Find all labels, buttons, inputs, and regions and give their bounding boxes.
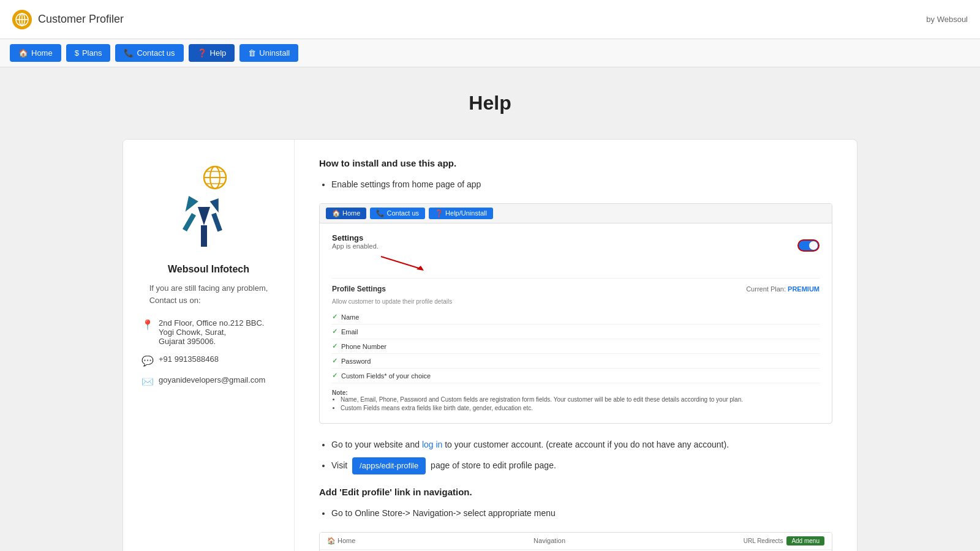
svg-rect-12 <box>183 213 196 231</box>
install-heading: How to install and use this app. <box>319 158 832 168</box>
company-logo <box>172 164 246 252</box>
svg-marker-11 <box>181 196 198 215</box>
nav-home-button[interactable]: 🏠 Home <box>10 44 61 62</box>
nav-ss-bar: 🏠 Home Navigation URL Redirects Add menu <box>320 533 832 550</box>
add-link-heading: Add 'Edit profile' link in navigation. <box>319 487 832 497</box>
app-logo-icon <box>12 10 32 29</box>
header-left: Customer Profiler <box>12 10 124 29</box>
svg-rect-10 <box>201 225 207 247</box>
by-label: by Websoul <box>926 15 968 24</box>
nav-ss-nav-label: Navigation <box>533 537 565 544</box>
ss-home-btn: 🏠 Home <box>326 208 366 219</box>
usage-bullet-list: Go to your website and log in to your cu… <box>319 438 832 474</box>
settings-row: Settings App is enabled. <box>332 233 820 257</box>
svg-rect-14 <box>211 213 222 232</box>
field-custom: Custom Fields* of your choice <box>332 369 820 383</box>
svg-marker-9 <box>198 207 210 225</box>
plans-icon: $ <box>75 48 79 58</box>
field-name: Name <box>332 310 820 324</box>
nav-screenshot: 🏠 Home Navigation URL Redirects Add menu <box>319 532 832 552</box>
current-plan: Current Plan: PREMIUM <box>746 285 820 293</box>
phone-icon: 💬 <box>141 355 154 367</box>
navigation-bullet-list: Go to Online Store-> Navigation-> select… <box>319 507 832 520</box>
bullet-enable-settings: Enable settings from home page of app <box>331 178 832 191</box>
nav-ss-home: 🏠 Home <box>327 537 355 545</box>
bullet-visit: Visit /apps/edit-profile page of store t… <box>331 457 832 474</box>
company-description: If you are still facing any problem, Con… <box>149 282 268 306</box>
install-bullet-list: Enable settings from home page of app <box>319 178 832 191</box>
nav-help-button[interactable]: ❓ Help <box>189 44 235 62</box>
field-email: Email <box>332 324 820 339</box>
email-icon: ✉️ <box>141 376 154 388</box>
navbar: 🏠 Home $ Plans 📞 Contact us ❓ Help 🗑 Uni… <box>0 39 980 67</box>
app-header: Customer Profiler by Websoul <box>0 0 980 39</box>
nav-plans-button[interactable]: $ Plans <box>66 44 111 62</box>
settings-label: Settings <box>332 233 379 242</box>
nav-uninstall-button[interactable]: 🗑 Uninstall <box>239 44 298 62</box>
location-icon: 📍 <box>141 319 154 331</box>
sidebar-panel: Websoul Infotech If you are still facing… <box>123 140 295 551</box>
contact-address: 📍 2nd Floor, Office no.212 BBC.Yogi Chow… <box>141 318 276 346</box>
add-menu-button[interactable]: Add menu <box>786 536 824 545</box>
page-content: Help <box>0 67 980 551</box>
app-title: Customer Profiler <box>38 13 124 26</box>
screenshot-content: Settings App is enabled. P <box>320 223 832 423</box>
profile-desc: Allow customer to update their profile d… <box>332 298 820 305</box>
page-title: Help <box>12 92 968 114</box>
content-card: Websoul Infotech If you are still facing… <box>123 139 858 551</box>
svg-marker-13 <box>209 198 223 214</box>
main-content: How to install and use this app. Enable … <box>295 140 857 551</box>
screenshot-preview: 🏠 Home 📞 Contact us ❓ Help/Uninstall Set… <box>319 203 832 424</box>
profile-settings-row: Profile Settings Current Plan: PREMIUM <box>332 285 820 293</box>
login-link[interactable]: log in <box>422 440 442 449</box>
contact-email: ✉️ goyanidevelopers@gmail.com <box>141 375 276 388</box>
company-name: Websoul Infotech <box>168 264 249 275</box>
settings-toggle <box>797 239 820 252</box>
field-phone: Phone Number <box>332 339 820 354</box>
bullet-login: Go to your website and log in to your cu… <box>331 438 832 451</box>
bullet-navigation: Go to Online Store-> Navigation-> select… <box>331 507 832 520</box>
contact-icon: 📞 <box>124 48 134 58</box>
app-enabled-label: App is enabled. <box>332 242 379 250</box>
nav-ss-url: URL Redirects <box>744 538 783 544</box>
note-section: Note: Name, Email, Phone, Password and C… <box>332 389 820 411</box>
nav-contact-button[interactable]: 📞 Contact us <box>115 44 183 62</box>
contact-phone: 💬 +91 9913588468 <box>141 354 276 367</box>
screenshot-navbar: 🏠 Home 📞 Contact us ❓ Help/Uninstall <box>320 204 832 223</box>
uninstall-icon: 🗑 <box>248 48 256 58</box>
ss-help-btn: ❓ Help/Uninstall <box>429 208 493 219</box>
ss-contact-btn: 📞 Contact us <box>370 208 425 219</box>
help-icon: ❓ <box>197 48 207 58</box>
edit-profile-path: /apps/edit-profile <box>352 457 426 474</box>
svg-line-15 <box>381 257 421 269</box>
home-icon: 🏠 <box>18 48 28 58</box>
field-password: Password <box>332 354 820 369</box>
profile-settings-label: Profile Settings <box>332 285 386 293</box>
